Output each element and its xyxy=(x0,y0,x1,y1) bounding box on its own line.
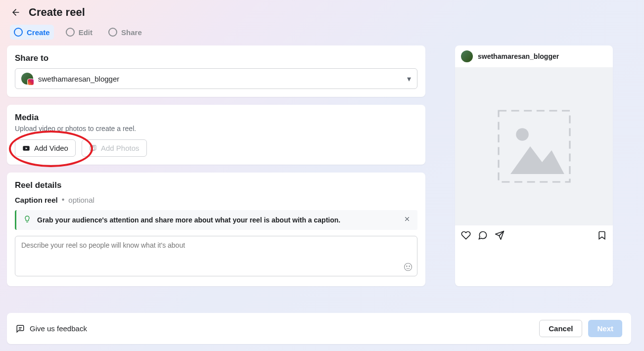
feedback-icon xyxy=(16,324,25,333)
chevron-down-icon: ▾ xyxy=(407,74,411,84)
close-tip-button[interactable] xyxy=(404,216,411,224)
caption-input[interactable] xyxy=(15,236,417,276)
tab-edit: Edit xyxy=(62,25,96,40)
separator: • xyxy=(62,195,65,204)
svg-point-12 xyxy=(516,128,529,141)
tab-label: Share xyxy=(121,28,142,37)
photos-icon xyxy=(89,144,97,152)
caption-tip: Grab your audience's attention and share… xyxy=(15,210,417,230)
lightbulb-icon xyxy=(23,215,31,225)
share-icon xyxy=(495,230,505,240)
bookmark-icon xyxy=(597,230,607,240)
caption-label: Caption reel xyxy=(15,196,58,204)
add-video-button[interactable]: Add Video xyxy=(15,139,76,157)
radio-icon xyxy=(14,28,23,37)
close-icon xyxy=(404,216,411,222)
svg-point-5 xyxy=(92,146,93,147)
add-photos-label: Add Photos xyxy=(101,144,139,152)
radio-icon xyxy=(108,28,117,37)
page-title: Create reel xyxy=(29,6,85,19)
preview-panel: swethamaresan_blogger xyxy=(455,45,613,286)
media-card: Media Upload video or photos to create a… xyxy=(7,105,425,165)
reel-details-title: Reel details xyxy=(15,180,417,190)
avatar xyxy=(21,73,33,85)
tab-label: Create xyxy=(27,28,50,37)
svg-point-10 xyxy=(409,266,410,267)
add-video-label: Add Video xyxy=(34,144,68,152)
cancel-button[interactable]: Cancel xyxy=(539,320,582,337)
media-subtitle: Upload video or photos to create a reel. xyxy=(15,125,417,132)
image-placeholder-icon xyxy=(495,107,574,186)
back-button[interactable] xyxy=(11,7,21,17)
share-to-title: Share to xyxy=(15,53,417,63)
preview-image-placeholder xyxy=(455,67,613,225)
optional-label: optional xyxy=(68,196,94,204)
selected-account: swethamaresan_blogger xyxy=(38,75,119,83)
tab-label: Edit xyxy=(79,28,92,37)
svg-point-8 xyxy=(405,263,412,271)
preview-avatar xyxy=(461,50,473,62)
tab-share: Share xyxy=(104,25,146,40)
feedback-label: Give us feedback xyxy=(30,324,87,333)
instagram-badge-icon xyxy=(27,79,34,86)
video-icon xyxy=(22,144,30,152)
feedback-link[interactable]: Give us feedback xyxy=(16,324,87,333)
radio-icon xyxy=(66,28,75,37)
tab-create[interactable]: Create xyxy=(10,25,54,40)
media-title: Media xyxy=(15,113,417,123)
step-tabs: Create Edit Share xyxy=(0,25,644,45)
add-photos-button: Add Photos xyxy=(82,139,147,157)
tip-text: Grab your audience's attention and share… xyxy=(37,216,398,224)
svg-marker-13 xyxy=(510,146,564,174)
svg-point-9 xyxy=(407,266,408,267)
next-button: Next xyxy=(588,320,622,337)
account-select[interactable]: swethamaresan_blogger ▾ xyxy=(15,68,417,89)
share-to-card: Share to swethamaresan_blogger ▾ xyxy=(7,45,425,97)
footer-bar: Give us feedback Cancel Next xyxy=(7,313,631,344)
comment-icon xyxy=(478,230,488,240)
preview-username: swethamaresan_blogger xyxy=(478,52,559,60)
arrow-left-icon xyxy=(11,7,21,17)
emoji-button[interactable] xyxy=(404,263,413,273)
heart-icon xyxy=(461,230,471,240)
reel-details-card: Reel details Caption reel • optional Gra… xyxy=(7,173,425,286)
emoji-icon xyxy=(404,263,413,271)
